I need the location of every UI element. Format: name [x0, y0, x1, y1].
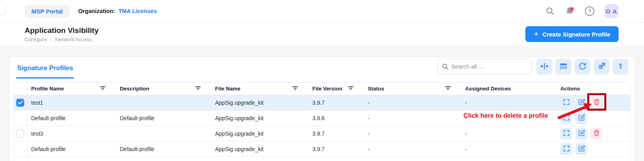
expand-button[interactable] — [560, 128, 572, 140]
column-header-assigned-devices[interactable]: Assigned Devices — [461, 82, 556, 95]
avatar[interactable]: O A — [604, 4, 619, 18]
topbar-actions: ? O A — [545, 4, 619, 18]
column-header-status[interactable]: Status — [364, 82, 461, 95]
refresh-icon — [578, 61, 587, 72]
delete-button[interactable] — [590, 128, 602, 140]
column-header-file-name[interactable]: File Name — [211, 82, 308, 95]
row-checkbox-checked[interactable] — [16, 99, 24, 107]
cell-file-name: AppSig.upgrade_kit — [211, 95, 308, 110]
breadcrumb-network-access: Network Access — [55, 36, 92, 42]
page-title: Application Visibility — [25, 26, 99, 35]
search-icon[interactable] — [545, 6, 555, 16]
page-header: Application Visibility Configure - Netwo… — [0, 23, 644, 46]
cell-actions — [556, 141, 630, 157]
table-row[interactable]: test1 AppSig.upgrade_kit 3.9.7 - - — [14, 95, 630, 110]
cell-status: - — [364, 126, 461, 141]
row-checkbox-cell — [14, 126, 27, 141]
cell-assigned-devices: - — [461, 126, 556, 141]
annotation-text: Click here to delete a profile — [463, 112, 563, 119]
filter-icon[interactable] — [445, 86, 451, 92]
organization-label: Organization: — [78, 8, 115, 14]
header-checkbox-cell — [14, 82, 27, 95]
edit-button[interactable] — [575, 128, 587, 140]
cell-profile-name: Default-profile — [27, 141, 116, 157]
upload-button[interactable] — [613, 59, 629, 75]
signature-profiles-table: Profile Name Description — [13, 82, 631, 161]
expand-icon — [563, 129, 570, 138]
plus-icon: + — [534, 30, 538, 38]
fit-columns-icon — [540, 61, 549, 72]
cell-file-name: AppSig.upgrade_kit — [211, 110, 308, 126]
cell-file-version: 3.9.7 — [308, 141, 364, 157]
help-icon[interactable]: ? — [584, 6, 595, 16]
refresh-button[interactable] — [575, 59, 590, 75]
search-input-icon — [441, 63, 449, 72]
cell-profile-name: Default-profile — [27, 110, 116, 126]
filter-icon[interactable] — [100, 86, 106, 92]
breadcrumb-configure: Configure — [25, 36, 47, 42]
cell-description: Default-profile — [116, 110, 211, 126]
export-icon — [597, 61, 606, 72]
signature-profiles-card: Signature Profiles — [9, 56, 635, 161]
upload-icon — [616, 61, 625, 72]
table-header-row: Profile Name Description — [14, 82, 630, 95]
trash-icon — [593, 129, 600, 138]
row-checkbox-cell — [14, 141, 27, 157]
expand-icon — [563, 145, 570, 153]
table-empty-space — [14, 157, 630, 161]
cell-status: - — [364, 95, 461, 110]
filter-icon[interactable] — [348, 86, 354, 92]
search-input[interactable] — [437, 59, 532, 75]
cell-file-version: 3.9.7 — [308, 95, 364, 110]
table-row[interactable]: Default-profile Default-profile AppSig.u… — [14, 141, 630, 157]
breadcrumb: Configure - Network Access — [25, 36, 99, 42]
edit-icon — [578, 129, 585, 138]
notifications-bell-icon[interactable] — [565, 6, 575, 16]
filter-icon[interactable] — [292, 86, 298, 92]
organization-breadcrumb: Organization: TMA Licenses — [78, 8, 157, 14]
card-toolbar: Signature Profiles — [9, 57, 635, 79]
columns-icon — [559, 61, 568, 72]
fit-columns-button[interactable] — [536, 59, 552, 75]
application-visibility-page: MSP Portal Organization: TMA Licenses ? — [0, 0, 644, 161]
sidebar-edge-stub[interactable] — [0, 2, 6, 15]
cell-status: - — [364, 141, 461, 157]
cell-file-name: AppSig.upgrade_kit — [211, 141, 308, 157]
filter-icon[interactable] — [195, 86, 201, 92]
cell-actions — [556, 126, 630, 141]
edit-button[interactable] — [575, 143, 587, 155]
msp-portal-button[interactable]: MSP Portal — [25, 5, 69, 18]
columns-button[interactable] — [556, 59, 571, 75]
column-header-file-version[interactable]: File Version — [308, 82, 364, 95]
export-button[interactable] — [594, 59, 609, 75]
cell-assigned-devices: - — [461, 141, 556, 157]
breadcrumb-separator: - — [50, 36, 52, 42]
cell-description — [116, 95, 211, 110]
cell-profile-name: test1 — [27, 95, 116, 110]
cell-status: - — [364, 110, 461, 126]
cell-file-version: 3.9.6 — [308, 110, 364, 126]
cell-profile-name: test3 — [27, 126, 116, 141]
column-header-description[interactable]: Description — [116, 82, 211, 95]
cell-description: Default-profile — [116, 141, 211, 157]
top-bar: MSP Portal Organization: TMA Licenses ? — [0, 0, 644, 23]
cell-file-version: 3.9.7 — [308, 126, 364, 141]
cell-assigned-devices: - — [461, 95, 556, 110]
edit-icon — [578, 145, 585, 153]
table-tools — [437, 59, 629, 79]
cell-file-name: AppSig.upgrade_kit — [211, 126, 308, 141]
create-signature-profile-button[interactable]: + Create Signature Profile — [525, 26, 619, 42]
expand-button[interactable] — [560, 143, 572, 155]
cell-description — [116, 126, 211, 141]
organization-link[interactable]: TMA Licenses — [118, 8, 157, 14]
search-field-wrap — [437, 59, 532, 75]
row-checkbox-cell — [14, 95, 27, 110]
row-checkbox-cell — [14, 110, 27, 126]
table-row[interactable]: test3 AppSig.upgrade_kit 3.9.7 - - — [14, 126, 630, 141]
row-checkbox-unchecked[interactable] — [16, 130, 24, 138]
annotation-arrow — [555, 99, 596, 122]
column-header-profile-name[interactable]: Profile Name — [27, 82, 116, 95]
tab-signature-profiles[interactable]: Signature Profiles — [16, 57, 74, 79]
content-area: Signature Profiles — [0, 46, 644, 161]
